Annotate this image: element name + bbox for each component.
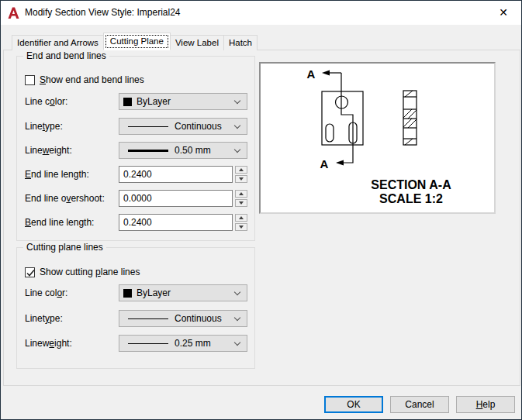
line-color-label: Line color:	[25, 93, 67, 110]
cut-label-bottom: A	[320, 157, 329, 170]
line-color-select[interactable]: ByLayer	[119, 284, 247, 301]
linetype-select[interactable]: Continuous	[119, 310, 247, 327]
linetype-label: Linetype:	[25, 310, 63, 327]
window-title: Modify Section View Style: Imperial24	[25, 1, 181, 25]
tab-hatch[interactable]: Hatch	[223, 35, 258, 50]
tab-identifier-and-arrows[interactable]: Identifier and Arrows	[12, 35, 104, 50]
close-icon[interactable]: ✕	[486, 1, 521, 25]
lineweight-select[interactable]: 0.50 mm	[119, 142, 247, 159]
tab-cutting-plane[interactable]: Cutting Plane	[103, 33, 171, 50]
thick-line-sample	[128, 150, 168, 152]
triangle-down-icon	[239, 225, 244, 229]
linetype-label: Linetype:	[25, 118, 63, 135]
end-line-overshoot-input[interactable]: 0.0000	[119, 190, 233, 207]
show-cutting-plane-lines-label: Show cutting plane lines	[40, 263, 140, 281]
scale-caption: SCALE 1:2	[379, 192, 443, 205]
end-line-overshoot-label: End line overshoot:	[25, 190, 105, 207]
continuous-line-sample	[128, 318, 168, 319]
chevron-down-icon	[234, 289, 240, 295]
chevron-down-icon	[234, 146, 240, 153]
bend-line-length-label: Bend line length:	[25, 214, 94, 231]
spin-down-button[interactable]	[235, 223, 247, 231]
color-swatch	[123, 289, 132, 298]
section-caption: SECTION A-A	[371, 178, 451, 191]
group-title: Cutting plane lines	[23, 242, 106, 253]
triangle-up-icon	[239, 168, 244, 171]
ok-button[interactable]: OK	[324, 396, 383, 413]
group-title: End and bend lines	[23, 50, 109, 61]
triangle-down-icon	[239, 201, 244, 205]
chevron-down-icon	[234, 339, 240, 346]
modify-section-view-style-dialog: Modify Section View Style: Imperial24 ✕ …	[0, 0, 522, 420]
spin-down-button[interactable]	[235, 199, 247, 207]
lineweight-label: Lineweight:	[25, 335, 72, 352]
section-view-preview-drawing: A A SECTION A-A	[261, 64, 494, 212]
linetype-select[interactable]: Continuous	[119, 118, 247, 135]
triangle-up-icon	[239, 192, 244, 195]
spin-up-button[interactable]	[235, 166, 247, 174]
chevron-down-icon	[234, 315, 240, 321]
color-swatch	[123, 98, 132, 106]
triangle-up-icon	[239, 216, 244, 219]
show-end-and-bend-lines-checkbox[interactable]	[25, 75, 35, 85]
lineweight-label: Lineweight:	[25, 142, 72, 159]
end-line-overshoot-spinner	[235, 190, 247, 207]
tab-view-label[interactable]: View Label	[170, 35, 224, 50]
tab-strip: Identifier and Arrows Cutting Plane View…	[12, 33, 258, 50]
thin-line-sample	[128, 343, 168, 344]
line-color-select[interactable]: ByLayer	[119, 93, 247, 110]
spin-up-button[interactable]	[235, 190, 247, 198]
end-line-length-label: End line length:	[25, 166, 89, 183]
chevron-down-icon	[234, 122, 240, 129]
show-cutting-plane-lines-checkbox[interactable]	[25, 267, 35, 277]
spin-up-button[interactable]	[235, 214, 247, 222]
style-preview: A A SECTION A-A	[259, 62, 496, 214]
lineweight-select[interactable]: 0.25 mm	[119, 335, 247, 352]
end-line-length-input[interactable]: 0.2400	[119, 166, 233, 183]
arrow-left-icon	[336, 160, 344, 166]
cut-label-top: A	[307, 67, 316, 81]
title-bar: Modify Section View Style: Imperial24 ✕	[1, 1, 521, 25]
line-color-label: Line color:	[25, 284, 67, 301]
show-end-and-bend-lines-label: Show end and bend lines	[40, 71, 144, 88]
help-button[interactable]: Help	[456, 396, 515, 413]
cancel-button[interactable]: Cancel	[390, 396, 449, 413]
continuous-line-sample	[128, 126, 168, 127]
bend-line-length-spinner	[235, 214, 247, 231]
chevron-down-icon	[234, 98, 240, 104]
bend-line-length-input[interactable]: 0.2400	[119, 214, 233, 231]
autocad-logo-icon	[7, 7, 20, 19]
triangle-down-icon	[239, 177, 244, 181]
end-line-length-spinner	[235, 166, 247, 183]
spin-down-button[interactable]	[235, 175, 247, 183]
